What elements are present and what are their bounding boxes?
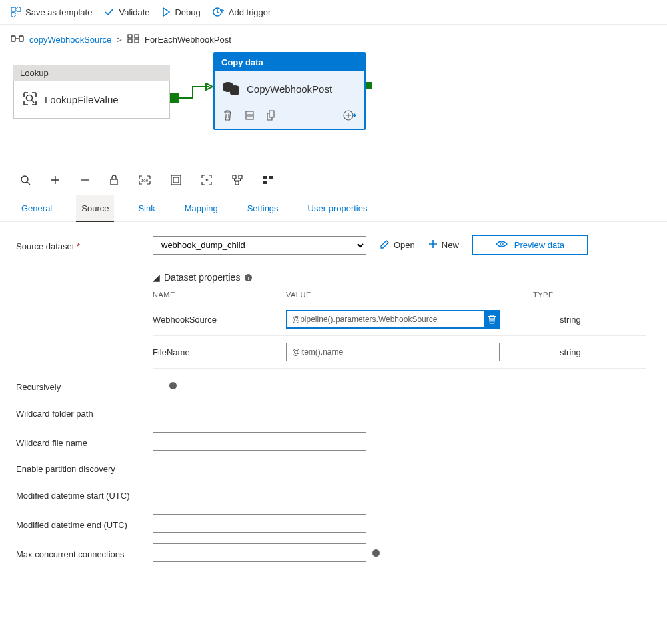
new-label: New [442, 240, 459, 250]
wildcard-file-input[interactable] [153, 432, 366, 451]
save-as-template-label: Save as template [25, 7, 92, 17]
connector-line [179, 83, 213, 107]
zoom-in-icon[interactable] [51, 175, 60, 185]
svg-rect-4 [11, 36, 15, 41]
fit-icon[interactable]: 100 [139, 175, 151, 185]
svg-rect-19 [173, 177, 179, 183]
svg-point-10 [27, 95, 33, 101]
svg-rect-6 [128, 35, 132, 38]
open-label: Open [394, 240, 415, 250]
zoom-out-icon[interactable] [80, 175, 89, 185]
svg-text:i: i [376, 550, 377, 556]
recursively-label: Recursively [16, 382, 61, 392]
clone-icon[interactable] [267, 110, 277, 123]
svg-rect-0 [11, 7, 15, 11]
table-row: FileName string [153, 336, 646, 369]
lookup-node-name: LookupFileValue [45, 94, 119, 105]
dataset-parameters-table: NAME VALUE TYPE WebhookSource string Fil… [153, 291, 646, 369]
recursively-checkbox[interactable] [153, 381, 163, 391]
col-name: NAME [153, 291, 286, 299]
search-icon[interactable] [20, 175, 31, 185]
clear-value-icon[interactable] [484, 311, 500, 327]
svg-text:i: i [173, 383, 174, 389]
template-icon [11, 7, 21, 17]
svg-rect-5 [19, 36, 23, 41]
modified-start-input[interactable] [153, 485, 366, 503]
eye-icon [496, 240, 508, 250]
modified-end-input[interactable] [153, 514, 366, 533]
tab-mapping[interactable]: Mapping [179, 195, 223, 221]
canvas-toolbar: 100 [0, 165, 667, 195]
col-value: VALUE [286, 291, 533, 299]
svg-rect-24 [269, 176, 273, 179]
param-value-input[interactable] [286, 343, 500, 361]
play-icon [161, 7, 171, 17]
add-trigger-button[interactable]: Add trigger [213, 7, 271, 17]
modified-end-label: Modified datetime end (UTC) [16, 520, 127, 530]
wildcard-folder-label: Wildcard folder path [16, 409, 93, 419]
tab-source[interactable]: Source [76, 195, 114, 221]
lookup-icon [22, 91, 38, 109]
foreach-icon [127, 34, 139, 45]
param-name: WebhookSource [153, 315, 286, 325]
plus-icon [428, 239, 438, 251]
info-icon[interactable]: i [372, 549, 380, 557]
code-icon[interactable] [245, 110, 255, 123]
lock-icon[interactable] [109, 175, 119, 185]
top-toolbar: Save as template Validate Debug Add trig… [0, 0, 667, 25]
svg-rect-7 [135, 35, 139, 38]
dataset-properties-label: Dataset properties [164, 272, 240, 283]
table-row: WebhookSource string [153, 303, 646, 336]
wildcard-folder-input[interactable] [153, 403, 366, 421]
svg-point-26 [500, 243, 503, 245]
debug-label: Debug [175, 7, 200, 17]
svg-rect-8 [128, 39, 132, 43]
fullscreen-icon[interactable] [171, 175, 181, 185]
breadcrumb-parent[interactable]: copyWebhookSource [29, 35, 111, 45]
new-dataset-button[interactable]: New [428, 239, 459, 251]
tab-settings[interactable]: Settings [242, 195, 284, 221]
copy-activity-node[interactable]: Copy data CopyWebhookPost [213, 52, 366, 130]
info-icon[interactable]: i [169, 381, 177, 390]
pipeline-canvas[interactable]: Lookup LookupFileValue Copy data CopyWeb… [0, 52, 667, 165]
tab-general[interactable]: General [16, 195, 57, 221]
enable-partition-label: Enable partition discovery [16, 464, 115, 474]
pipeline-icon [11, 34, 24, 45]
validate-label: Validate [119, 7, 149, 17]
svg-rect-18 [171, 175, 181, 185]
add-output-icon[interactable] [343, 109, 356, 123]
connector-end [366, 82, 372, 89]
edit-icon [380, 239, 390, 251]
breadcrumb-child: ForEachWebhookPost [145, 35, 231, 45]
svg-rect-9 [135, 39, 139, 43]
delete-icon[interactable] [223, 110, 233, 123]
param-type: string [533, 347, 646, 357]
max-connections-label: Max concurrent connections [16, 549, 125, 559]
collapse-icon[interactable]: ◢ [153, 272, 160, 283]
select-icon[interactable] [201, 175, 212, 185]
enable-partition-checkbox[interactable] [153, 463, 163, 473]
copy-node-type: Copy data [215, 53, 364, 71]
layout-icon[interactable] [232, 175, 243, 185]
lookup-activity-node[interactable]: Lookup LookupFileValue [13, 65, 170, 119]
required-mark: * [77, 241, 80, 251]
open-dataset-button[interactable]: Open [380, 239, 415, 251]
breadcrumb: copyWebhookSource > ForEachWebhookPost [0, 25, 667, 52]
clock-plus-icon [213, 7, 225, 17]
source-dataset-select[interactable]: webhook_dump_child [153, 236, 366, 255]
breadcrumb-separator: > [117, 35, 122, 45]
debug-button[interactable]: Debug [161, 7, 200, 17]
preview-data-button[interactable]: Preview data [472, 235, 588, 255]
save-as-template-button[interactable]: Save as template [11, 7, 92, 17]
tab-user-properties[interactable]: User properties [303, 195, 373, 221]
info-icon[interactable]: i [244, 273, 253, 282]
svg-text:i: i [248, 275, 249, 281]
col-type: TYPE [533, 291, 646, 299]
max-connections-input[interactable] [153, 543, 366, 562]
svg-rect-23 [263, 176, 267, 179]
tab-sink[interactable]: Sink [133, 195, 160, 221]
align-icon[interactable] [263, 175, 273, 185]
modified-start-label: Modified datetime start (UTC) [16, 491, 130, 501]
validate-button[interactable]: Validate [104, 7, 149, 17]
param-value-input[interactable] [286, 310, 500, 329]
